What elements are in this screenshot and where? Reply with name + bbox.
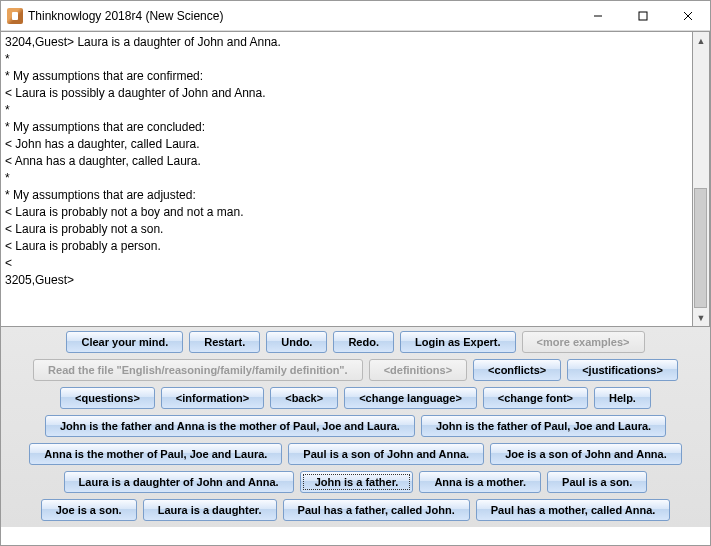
- console-output[interactable]: 3204,Guest> Laura is a daughter of John …: [1, 31, 693, 327]
- java-icon: [7, 8, 23, 24]
- login-button[interactable]: Login as Expert.: [400, 331, 516, 353]
- readfile-button: Read the file "English/reasoning/family/…: [33, 359, 363, 381]
- conflicts-button[interactable]: <conflicts>: [473, 359, 561, 381]
- clear-button[interactable]: Clear your mind.: [66, 331, 183, 353]
- console-area: 3204,Guest> Laura is a daughter of John …: [1, 31, 710, 327]
- s5-button[interactable]: Joe is a son of John and Anna.: [490, 443, 682, 465]
- s10-button[interactable]: Joe is a son.: [41, 499, 137, 521]
- more-button: <more examples>: [522, 331, 645, 353]
- window-title: Thinknowlogy 2018r4 (New Science): [28, 9, 223, 23]
- row-7: Joe is a son.Laura is a daughter.Paul ha…: [3, 499, 708, 521]
- window-controls: [575, 1, 710, 30]
- s13-button[interactable]: Paul has a mother, called Anna.: [476, 499, 671, 521]
- s6-button[interactable]: Laura is a daughter of John and Anna.: [64, 471, 294, 493]
- s2-button[interactable]: John is the father of Paul, Joe and Laur…: [421, 415, 666, 437]
- redo-button[interactable]: Redo.: [333, 331, 394, 353]
- row-4: John is the father and Anna is the mothe…: [3, 415, 708, 437]
- scroll-thumb[interactable]: [694, 188, 707, 308]
- row-6: Laura is a daughter of John and Anna.Joh…: [3, 471, 708, 493]
- s1-button[interactable]: John is the father and Anna is the mothe…: [45, 415, 415, 437]
- svg-rect-1: [639, 12, 647, 20]
- back-button[interactable]: <back>: [270, 387, 338, 409]
- row-2: Read the file "English/reasoning/family/…: [3, 359, 708, 381]
- s9-button[interactable]: Paul is a son.: [547, 471, 647, 493]
- maximize-button[interactable]: [620, 1, 665, 30]
- s12-button[interactable]: Paul has a father, called John.: [283, 499, 470, 521]
- row-5: Anna is the mother of Paul, Joe and Laur…: [3, 443, 708, 465]
- scroll-down-icon[interactable]: ▼: [693, 309, 709, 326]
- undo-button[interactable]: Undo.: [266, 331, 327, 353]
- s7-button[interactable]: John is a father.: [300, 471, 414, 493]
- minimize-button[interactable]: [575, 1, 620, 30]
- help-button[interactable]: Help.: [594, 387, 651, 409]
- justif-button[interactable]: <justifications>: [567, 359, 678, 381]
- s4-button[interactable]: Paul is a son of John and Anna.: [288, 443, 484, 465]
- questions-button[interactable]: <questions>: [60, 387, 155, 409]
- info-button[interactable]: <information>: [161, 387, 264, 409]
- defs-button: <definitions>: [369, 359, 467, 381]
- changelang-button[interactable]: <change language>: [344, 387, 477, 409]
- scroll-up-icon[interactable]: ▲: [693, 32, 709, 49]
- restart-button[interactable]: Restart.: [189, 331, 260, 353]
- s8-button[interactable]: Anna is a mother.: [419, 471, 541, 493]
- close-button[interactable]: [665, 1, 710, 30]
- changefont-button[interactable]: <change font>: [483, 387, 588, 409]
- buttons-panel: Clear your mind.Restart.Undo.Redo.Login …: [1, 327, 710, 527]
- s11-button[interactable]: Laura is a daughter.: [143, 499, 277, 521]
- row-1: Clear your mind.Restart.Undo.Redo.Login …: [3, 331, 708, 353]
- scrollbar[interactable]: ▲ ▼: [693, 31, 710, 327]
- row-3: <questions><information><back><change la…: [3, 387, 708, 409]
- s3-button[interactable]: Anna is the mother of Paul, Joe and Laur…: [29, 443, 282, 465]
- titlebar: Thinknowlogy 2018r4 (New Science): [1, 1, 710, 31]
